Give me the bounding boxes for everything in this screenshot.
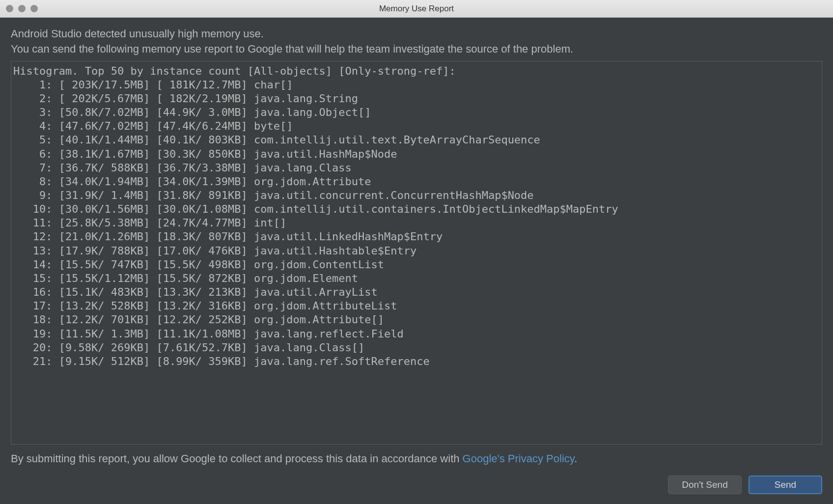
button-bar: Don't Send Send <box>11 476 822 504</box>
privacy-suffix: . <box>574 452 577 465</box>
privacy-footer: By submitting this report, you allow Goo… <box>11 451 822 467</box>
privacy-prefix: By submitting this report, you allow Goo… <box>11 452 463 465</box>
close-icon[interactable] <box>6 5 13 12</box>
dont-send-button[interactable]: Don't Send <box>668 476 742 494</box>
window-controls <box>6 5 38 12</box>
dialog-message: Android Studio detected unusually high m… <box>11 27 822 57</box>
titlebar: Memory Use Report <box>0 0 833 18</box>
privacy-policy-link[interactable]: Google's Privacy Policy <box>463 452 575 465</box>
dialog-content: Android Studio detected unusually high m… <box>0 18 833 504</box>
message-line-1: Android Studio detected unusually high m… <box>11 27 822 42</box>
message-line-2: You can send the following memory use re… <box>11 42 822 57</box>
zoom-icon[interactable] <box>30 5 38 12</box>
window-title: Memory Use Report <box>379 4 454 14</box>
send-button[interactable]: Send <box>749 476 822 494</box>
minimize-icon[interactable] <box>18 5 26 12</box>
memory-report-text[interactable]: Histogram. Top 50 by instance count [All… <box>11 61 822 445</box>
